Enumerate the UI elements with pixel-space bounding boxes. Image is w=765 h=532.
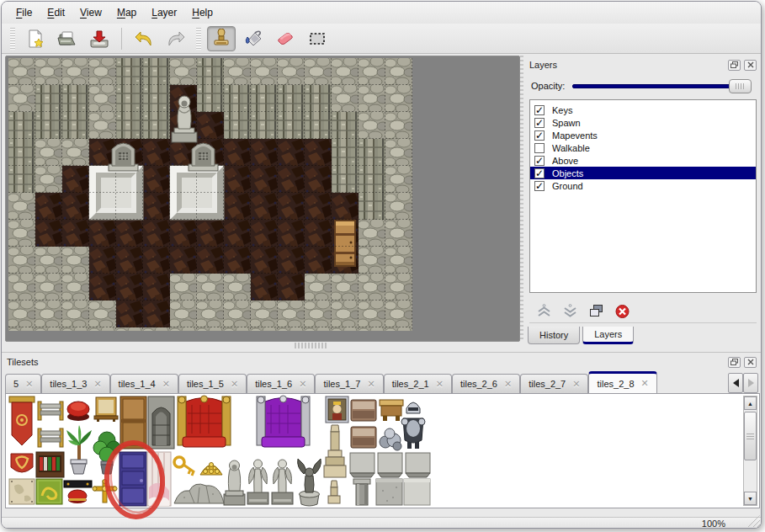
- lower-layer-button[interactable]: [562, 304, 578, 318]
- rock-pile-tile[interactable]: [174, 484, 224, 503]
- tileset-tab-tiles_2_8[interactable]: tiles_2_8✕: [588, 371, 656, 393]
- tileset-tab-tiles_2_7[interactable]: tiles_2_7✕: [520, 374, 588, 393]
- angel-statue-tile[interactable]: [272, 460, 293, 504]
- tab-close-icon[interactable]: ✕: [572, 379, 580, 390]
- map-canvas[interactable]: [8, 58, 412, 331]
- scroll-tabs-left-button[interactable]: [728, 373, 743, 393]
- pillar-top-tile[interactable]: [378, 453, 402, 477]
- tab-close-icon[interactable]: ✕: [367, 379, 375, 390]
- layer-list[interactable]: ✓Keys✓Spawn✓MapeventsWalkable✓Above✓Obje…: [529, 99, 757, 293]
- fill-tool-button[interactable]: [239, 26, 268, 51]
- beige-tapestry-tile[interactable]: [9, 479, 35, 504]
- tab-close-icon[interactable]: ✕: [93, 379, 101, 390]
- tab-close-icon[interactable]: ✕: [299, 379, 306, 390]
- open-map-button[interactable]: [53, 26, 82, 51]
- select-tool-button[interactable]: [303, 26, 332, 51]
- tab-close-icon[interactable]: ✕: [641, 378, 649, 389]
- stamp-tool-button[interactable]: [207, 26, 236, 51]
- green-tapestry-tile[interactable]: [36, 479, 62, 504]
- menu-help[interactable]: Help: [184, 3, 220, 22]
- tileset-tab-tiles_1_4[interactable]: tiles_1_4✕: [110, 374, 178, 393]
- scroll-tabs-right-button[interactable]: [743, 373, 758, 393]
- stone-block-tile[interactable]: [404, 479, 430, 505]
- checkbox-checked[interactable]: ✓: [534, 168, 545, 178]
- ledge-tile[interactable]: [351, 400, 376, 421]
- checkbox-unchecked[interactable]: [534, 143, 545, 153]
- gold-key-tile[interactable]: [174, 457, 194, 476]
- pillar-top-tile[interactable]: [406, 453, 430, 477]
- float-tilesets-button[interactable]: [728, 357, 741, 368]
- tileset-tab-tiles_1_7[interactable]: tiles_1_7✕: [315, 374, 383, 393]
- ledge-tile[interactable]: [351, 427, 376, 448]
- toolbar-grip-2[interactable]: [196, 28, 201, 50]
- layer-row-spawn[interactable]: ✓Spawn: [530, 116, 756, 129]
- dock-splitter-grip[interactable]: [520, 56, 523, 342]
- pillar-column-tile[interactable]: [353, 479, 370, 505]
- red-shield-tile[interactable]: [11, 454, 33, 472]
- purple-throne-tile[interactable]: [257, 396, 310, 447]
- toolbar-grip[interactable]: [10, 28, 15, 50]
- checkbox-checked[interactable]: ✓: [534, 156, 545, 166]
- redo-button[interactable]: [162, 26, 190, 51]
- raise-layer-button[interactable]: [536, 304, 552, 318]
- menu-map[interactable]: Map: [109, 3, 144, 22]
- menu-file[interactable]: File: [8, 3, 40, 22]
- loom-tile[interactable]: [38, 428, 63, 447]
- purple-door-tile[interactable]: [120, 452, 146, 506]
- tileset-tab-5[interactable]: 5✕: [5, 374, 41, 393]
- stone-block-tile[interactable]: [376, 479, 402, 505]
- menu-edit[interactable]: Edit: [40, 3, 72, 22]
- map-scroll-area[interactable]: [5, 56, 520, 342]
- duplicate-layer-button[interactable]: [588, 304, 604, 318]
- tileset-content[interactable]: ▲ ▼: [5, 393, 760, 508]
- opacity-slider[interactable]: [572, 79, 752, 93]
- menu-layer[interactable]: Layer: [144, 3, 184, 22]
- layer-row-keys[interactable]: ✓Keys: [530, 104, 756, 116]
- palm-plant-tile[interactable]: [66, 425, 92, 474]
- scroll-up-button[interactable]: ▲: [744, 396, 757, 410]
- layer-row-above[interactable]: ✓Above: [530, 154, 756, 167]
- layer-row-objects[interactable]: ✓Objects: [530, 167, 756, 179]
- dock-tab-layers[interactable]: Layers: [582, 327, 634, 344]
- close-dock-button[interactable]: [744, 60, 757, 71]
- armor-pile-tile[interactable]: [380, 428, 401, 450]
- checkbox-checked[interactable]: ✓: [534, 181, 545, 191]
- layer-row-ground[interactable]: ✓Ground: [530, 179, 756, 192]
- tab-close-icon[interactable]: ✕: [436, 379, 444, 390]
- delete-layer-button[interactable]: [614, 304, 630, 319]
- desk-tile[interactable]: [380, 400, 403, 421]
- undo-button[interactable]: [130, 26, 158, 51]
- checkbox-checked[interactable]: ✓: [534, 130, 545, 141]
- eraser-tool-button[interactable]: [271, 26, 300, 51]
- red-cushion-tile[interactable]: [67, 402, 89, 421]
- stone-gate-tile[interactable]: [148, 396, 174, 449]
- winged-gargoyle-tile[interactable]: [298, 459, 321, 506]
- tab-close-icon[interactable]: ✕: [231, 379, 238, 390]
- tileset-tab-tiles_1_5[interactable]: tiles_1_5✕: [178, 374, 247, 393]
- tileset-tab-tiles_2_1[interactable]: tiles_2_1✕: [384, 374, 452, 393]
- knight-armor-tile[interactable]: [401, 402, 425, 449]
- angel-statue-tile[interactable]: [247, 460, 268, 504]
- opacity-slider-handle[interactable]: [729, 79, 752, 93]
- checkbox-checked[interactable]: ✓: [534, 118, 545, 128]
- tab-close-icon[interactable]: ✕: [504, 379, 512, 390]
- save-map-button[interactable]: [85, 26, 114, 51]
- new-map-button[interactable]: [21, 26, 50, 51]
- tab-close-icon[interactable]: ✕: [162, 379, 170, 390]
- scrollbar-thumb[interactable]: [744, 412, 757, 460]
- tileset-tab-tiles_2_6[interactable]: tiles_2_6✕: [452, 374, 520, 393]
- tab-close-icon[interactable]: ✕: [25, 379, 33, 390]
- small-obelisk-tile[interactable]: [328, 481, 340, 503]
- tileset-tab-tiles_1_3[interactable]: tiles_1_3✕: [41, 374, 109, 393]
- bookshelf-tile[interactable]: [36, 452, 64, 477]
- pillar-top-tile[interactable]: [350, 453, 375, 477]
- opacity-slider-groove[interactable]: [572, 84, 752, 88]
- menu-view[interactable]: View: [72, 3, 109, 22]
- checkbox-checked[interactable]: ✓: [534, 105, 545, 115]
- scroll-down-button[interactable]: ▼: [744, 492, 757, 505]
- dock-tab-history[interactable]: History: [528, 327, 580, 344]
- horizontal-splitter-grip[interactable]: [295, 343, 327, 348]
- gold-pile-tile[interactable]: [200, 463, 222, 476]
- black-shelf-tile[interactable]: [64, 481, 92, 503]
- obelisk-tile[interactable]: [324, 425, 346, 477]
